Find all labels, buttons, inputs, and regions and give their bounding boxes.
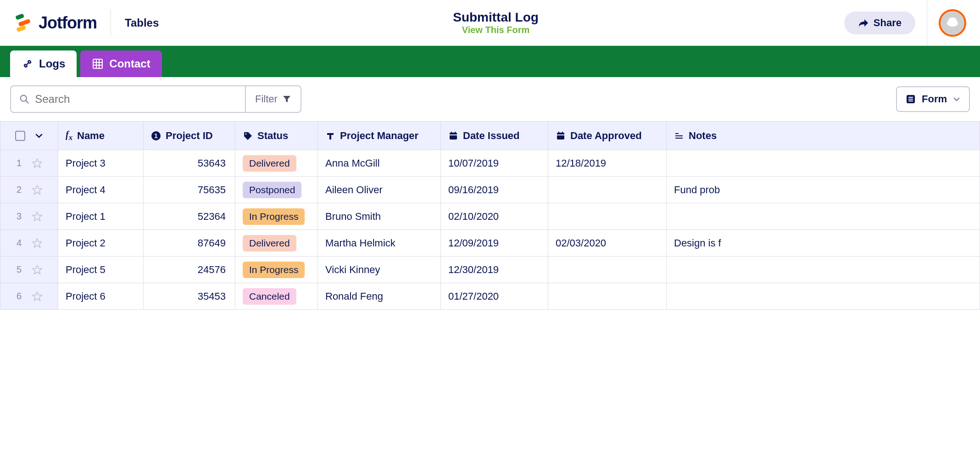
cell-name[interactable]: Project 4 [58, 177, 144, 203]
cell-project-manager[interactable]: Bruno Smith [318, 203, 441, 230]
cell-status[interactable]: In Progress [235, 203, 318, 230]
notes-icon [674, 131, 684, 141]
star-icon[interactable] [31, 157, 43, 169]
filter-button[interactable]: Filter [245, 86, 301, 112]
tab-logs[interactable]: Logs [10, 50, 77, 77]
table-row[interactable]: 4Project 287649DeliveredMartha Helmick12… [0, 230, 980, 257]
status-badge: Delivered [243, 235, 296, 251]
cell-status[interactable]: Delivered [235, 230, 318, 257]
svg-rect-21 [557, 133, 564, 140]
table-row[interactable]: 1Project 353643DeliveredAnna McGill10/07… [0, 150, 980, 177]
star-icon[interactable] [31, 290, 43, 302]
column-header-date-issued[interactable]: Date Issued [441, 122, 548, 150]
cell-date-issued[interactable]: 10/07/2019 [441, 150, 548, 177]
share-button[interactable]: Share [844, 11, 915, 34]
tab-contact[interactable]: Contact [80, 50, 161, 77]
table-row[interactable]: 6Project 635453CanceledRonald Feng01/27/… [0, 283, 980, 310]
select-all-checkbox[interactable] [15, 131, 25, 141]
cell-notes[interactable] [667, 150, 980, 177]
column-header-status[interactable]: Status [235, 122, 318, 150]
cell-project-id[interactable]: 52364 [144, 203, 235, 230]
cell-project-manager[interactable]: Ronald Feng [318, 283, 441, 310]
search-icon [19, 94, 29, 105]
column-header-notes[interactable]: Notes [667, 122, 980, 150]
cell-name[interactable]: Project 5 [58, 257, 144, 283]
brand-logo[interactable]: Jotform [14, 9, 111, 37]
cell-name[interactable]: Project 1 [58, 203, 144, 230]
jotform-logo-icon [14, 13, 34, 33]
cell-status[interactable]: In Progress [235, 257, 318, 283]
cell-project-id[interactable]: 75635 [144, 177, 235, 203]
column-header-date-approved[interactable]: Date Approved [548, 122, 667, 150]
svg-line-9 [26, 101, 28, 103]
table-row[interactable]: 5Project 524576In ProgressVicki Kinney12… [0, 257, 980, 283]
cell-date-issued[interactable]: 12/30/2019 [441, 257, 548, 283]
star-icon[interactable] [31, 184, 43, 196]
cell-status[interactable]: Delivered [235, 150, 318, 177]
search-box[interactable] [11, 86, 245, 112]
column-header-project-manager[interactable]: Project Manager [318, 122, 441, 150]
svg-rect-0 [15, 13, 24, 20]
star-icon[interactable] [31, 211, 43, 223]
cell-project-manager[interactable]: Martha Helmick [318, 230, 441, 257]
data-table: fx Name 1 Project ID Status Proj [0, 121, 980, 310]
table-toolbar: Filter Form [0, 77, 980, 121]
cell-project-id[interactable]: 24576 [144, 257, 235, 283]
cell-status[interactable]: Postponed [235, 177, 318, 203]
status-badge: Delivered [243, 155, 296, 172]
cell-date-approved[interactable] [548, 283, 667, 310]
cell-project-id[interactable]: 35453 [144, 283, 235, 310]
svg-rect-2 [16, 25, 26, 32]
cell-notes[interactable]: Fund prob [667, 177, 980, 203]
svg-rect-1 [18, 18, 31, 26]
cell-notes[interactable] [667, 283, 980, 310]
cell-name[interactable]: Project 3 [58, 150, 144, 177]
cell-date-issued[interactable]: 01/27/2020 [441, 283, 548, 310]
cell-notes[interactable] [667, 203, 980, 230]
view-form-link[interactable]: View This Form [159, 25, 833, 35]
sheet-tabs: Logs Contact [0, 46, 980, 77]
cell-date-approved[interactable]: 02/03/2020 [548, 230, 667, 257]
cell-name[interactable]: Project 6 [58, 283, 144, 310]
row-number: 1 [16, 158, 23, 168]
text-icon [325, 131, 335, 141]
svg-rect-18 [450, 134, 457, 135]
form-label: Form [922, 93, 947, 105]
column-header-project-id[interactable]: 1 Project ID [144, 122, 235, 150]
user-avatar[interactable] [939, 9, 966, 37]
svg-rect-19 [451, 132, 452, 134]
form-view-button[interactable]: Form [896, 86, 970, 112]
cell-date-issued[interactable]: 12/09/2019 [441, 230, 548, 257]
header-actions: Share [833, 0, 966, 46]
star-icon[interactable] [31, 237, 43, 249]
search-input[interactable] [35, 93, 237, 106]
cell-date-issued[interactable]: 09/16/2019 [441, 177, 548, 203]
table-row[interactable]: 2Project 475635PostponedAileen Oliver09/… [0, 177, 980, 203]
cell-date-issued[interactable]: 02/10/2020 [441, 203, 548, 230]
column-header-name[interactable]: fx Name [58, 122, 144, 150]
cell-date-approved[interactable]: 12/18/2019 [548, 150, 667, 177]
cell-date-approved[interactable] [548, 203, 667, 230]
cell-project-manager[interactable]: Vicki Kinney [318, 257, 441, 283]
link-icon [22, 58, 33, 70]
cell-notes[interactable] [667, 257, 980, 283]
cell-project-manager[interactable]: Anna McGill [318, 150, 441, 177]
cell-project-id[interactable]: 87649 [144, 230, 235, 257]
brand-name: Jotform [39, 13, 97, 33]
row-controls: 6 [0, 283, 58, 310]
cell-project-id[interactable]: 53643 [144, 150, 235, 177]
row-controls: 4 [0, 230, 58, 257]
cell-status[interactable]: Canceled [235, 283, 318, 310]
filter-icon [282, 95, 291, 104]
share-label: Share [874, 17, 902, 29]
row-controls: 1 [0, 150, 58, 177]
cell-name[interactable]: Project 2 [58, 230, 144, 257]
cell-notes[interactable]: Design is f [667, 230, 980, 257]
star-icon[interactable] [31, 264, 43, 276]
cell-date-approved[interactable] [548, 257, 667, 283]
table-row[interactable]: 3Project 152364In ProgressBruno Smith02/… [0, 203, 980, 230]
cell-date-approved[interactable] [548, 177, 667, 203]
chevron-down-icon[interactable] [34, 131, 44, 140]
cell-project-manager[interactable]: Aileen Oliver [318, 177, 441, 203]
form-icon [905, 94, 916, 105]
